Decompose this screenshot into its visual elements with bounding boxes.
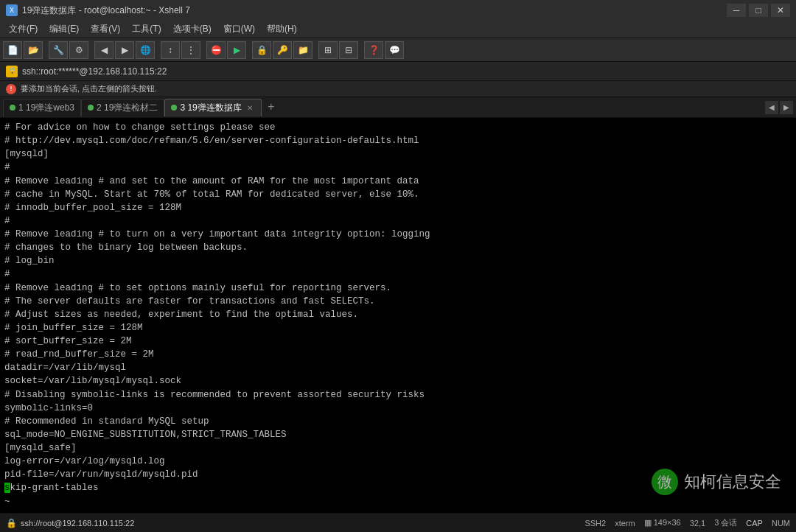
tab-navigation: ◀▶: [765, 101, 793, 114]
toolbar-run[interactable]: ▶: [227, 41, 246, 59]
terminal-line: # Disabling symbolic-links is recommende…: [4, 388, 792, 402]
status-left: 🔒 ssh://root@192.168.110.115:22: [6, 518, 584, 528]
tab-next-button[interactable]: ▶: [780, 101, 793, 114]
toolbar-lock[interactable]: 🔒: [252, 41, 271, 59]
tab-label: 1 19弹连web3: [18, 102, 74, 114]
toolbar-globe[interactable]: 🌐: [136, 41, 155, 59]
menu-item[interactable]: 编辑(E): [43, 21, 85, 37]
terminal-line: # innodb_buffer_pool_size = 128M: [4, 201, 792, 214]
menu-item[interactable]: 窗口(W): [217, 21, 261, 37]
terminal-line: ~: [4, 495, 792, 508]
info-icon: !: [6, 84, 16, 94]
add-tab-button[interactable]: +: [263, 99, 279, 116]
terminal-line: # The server defaults are faster for tra…: [4, 295, 792, 308]
title-bar-left: X 19弹连数据库 - root@localhost:~ - Xshell 7: [6, 4, 190, 17]
menu-bar: 文件(F)编辑(E)查看(V)工具(T)选项卡(B)窗口(W)帮助(H): [0, 21, 796, 38]
window-title: 19弹连数据库 - root@localhost:~ - Xshell 7: [22, 4, 190, 17]
toolbar-keys[interactable]: 🔑: [273, 41, 292, 59]
status-path: ssh://root@192.168.110.115:22: [21, 519, 134, 528]
ssh-lock-icon: 🔒: [6, 66, 18, 77]
maximize-button[interactable]: □: [749, 4, 768, 17]
tab-label: 2 19弹连检材二: [97, 102, 158, 114]
tab-close-button[interactable]: ✕: [245, 102, 255, 113]
toolbar-view[interactable]: ⊟: [339, 41, 358, 59]
toolbar-split[interactable]: ⊞: [318, 41, 338, 59]
tab-status-dot: [10, 105, 15, 111]
terminal-line: # Remove leading # and set to the amount…: [4, 175, 792, 188]
toolbar-settings[interactable]: ⚙: [69, 41, 88, 59]
status-num: NUM: [772, 519, 790, 528]
status-pos: 32,1: [690, 519, 705, 528]
tab-prev-button[interactable]: ◀: [765, 101, 778, 114]
terminal-line: datadir=/var/lib/mysql: [4, 361, 792, 374]
status-sessions: 3 会话: [714, 517, 737, 528]
tab-label: 3 19弹连数据库: [180, 102, 241, 114]
status-cap: CAP: [746, 519, 763, 528]
ssh-connection-text: ssh::root:******@192.168.110.115:22: [22, 66, 167, 77]
terminal[interactable]: # For advice on how to change settings p…: [0, 118, 796, 513]
info-text: 要添加当前会话, 点击左侧的箭头按钮.: [21, 83, 157, 94]
toolbar-chat[interactable]: 💬: [385, 41, 404, 59]
menu-item[interactable]: 选项卡(B): [167, 21, 217, 37]
terminal-line: # Remove leading # to turn on a very imp…: [4, 228, 792, 241]
terminal-line: #: [4, 267, 792, 281]
window-controls[interactable]: ─ □ ✕: [727, 4, 790, 17]
terminal-line: #: [4, 161, 792, 174]
watermark: 微 知柯信息安全: [652, 469, 781, 495]
toolbar-forward[interactable]: ▶: [115, 41, 134, 59]
toolbar-help[interactable]: ❓: [364, 41, 383, 59]
wechat-icon: 微: [652, 469, 678, 495]
info-bar: ! 要添加当前会话, 点击左侧的箭头按钮.: [0, 81, 796, 97]
terminal-line: #: [4, 214, 792, 228]
toolbar-arrow[interactable]: ↕: [161, 41, 180, 59]
terminal-line: # read_rnd_buffer_size = 2M: [4, 348, 792, 361]
tab-item-1[interactable]: 1 19弹连web3: [3, 99, 81, 116]
terminal-line: # Remove leading # to set options mainly…: [4, 281, 792, 295]
terminal-line: # For advice on how to change settings p…: [4, 121, 792, 134]
terminal-line: # join_buffer_size = 128M: [4, 321, 792, 335]
toolbar: 📄 📂 🔧 ⚙ ◀ ▶ 🌐 ↕ ⋮ ⛔ ▶ 🔒 🔑 📁 ⊞ ⊟ ❓ 💬: [0, 38, 796, 62]
terminal-line: # sort_buffer_size = 2M: [4, 335, 792, 348]
terminal-line: sql_mode=NO_ENGINE_SUBSTITUTION,STRICT_T…: [4, 428, 792, 441]
menu-item[interactable]: 帮助(H): [261, 21, 303, 37]
menu-item[interactable]: 查看(V): [85, 21, 126, 37]
menu-item[interactable]: 工具(T): [126, 21, 167, 37]
terminal-line: symbolic-links=0: [4, 402, 792, 415]
status-bar: 🔒 ssh://root@192.168.110.115:22 SSH2 xte…: [0, 513, 796, 532]
title-bar: X 19弹连数据库 - root@localhost:~ - Xshell 7 …: [0, 0, 796, 21]
status-size: ▦ 149×36: [644, 518, 681, 528]
tab-item-2[interactable]: 2 19弹连检材二: [81, 99, 164, 116]
toolbar-back[interactable]: ◀: [94, 41, 114, 59]
terminal-line: # changes to the binary log between back…: [4, 241, 792, 254]
app-icon: X: [6, 4, 18, 16]
terminal-line: # Recommended in standard MySQL setup: [4, 415, 792, 428]
status-term: xterm: [615, 519, 635, 528]
terminal-line: [mysqld]: [4, 147, 792, 161]
status-right: SSH2 xterm ▦ 149×36 32,1 3 会话 CAP NUM: [584, 517, 790, 528]
terminal-line: # log_bin: [4, 254, 792, 267]
toolbar-refresh[interactable]: 🔧: [49, 41, 68, 59]
terminal-line: [mysqld_safe]: [4, 441, 792, 455]
ssh-bar: 🔒 ssh::root:******@192.168.110.115:22: [0, 62, 796, 81]
terminal-line: # http://dev.mysql.com/doc/refman/5.6/en…: [4, 134, 792, 147]
tab-item-3[interactable]: 3 19弹连数据库✕: [164, 99, 261, 116]
close-button[interactable]: ✕: [771, 4, 790, 17]
terminal-size-icon: ▦: [644, 518, 652, 527]
toolbar-new[interactable]: 📄: [3, 41, 22, 59]
minimize-button[interactable]: ─: [727, 4, 746, 17]
toolbar-open[interactable]: 📂: [24, 41, 43, 59]
toolbar-options[interactable]: ⋮: [181, 41, 200, 59]
terminal-line: # cache in MySQL. Start at 70% of total …: [4, 188, 792, 201]
tab-status-dot: [171, 105, 177, 111]
tab-bar: 1 19弹连web32 19弹连检材二3 19弹连数据库✕+◀▶: [0, 97, 796, 118]
tab-status-dot: [88, 105, 94, 111]
terminal-line: socket=/var/lib/mysql/mysql.sock: [4, 374, 792, 388]
toolbar-file[interactable]: 📁: [293, 41, 313, 59]
status-ssh: SSH2: [584, 519, 606, 528]
terminal-line: log-error=/var/log/mysqld.log: [4, 455, 792, 468]
menu-item[interactable]: 文件(F): [3, 21, 43, 37]
toolbar-stop[interactable]: ⛔: [206, 41, 226, 59]
watermark-text: 知柯信息安全: [684, 471, 781, 493]
terminal-line: # Adjust sizes as needed, experiment to …: [4, 308, 792, 321]
status-lock-icon: 🔒: [6, 518, 16, 528]
